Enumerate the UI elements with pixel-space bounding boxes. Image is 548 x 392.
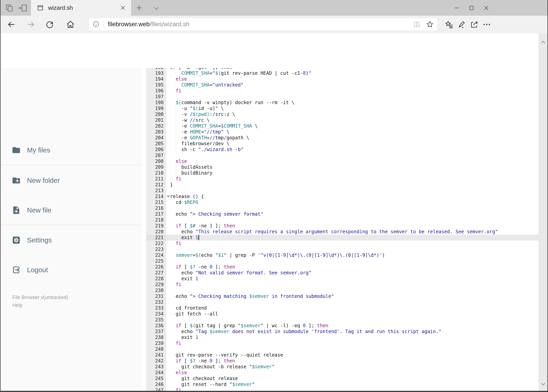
code-line-227[interactable]: 227 echo "Not valid semver format. See s… [142, 270, 539, 276]
code-line-201[interactable]: 201 -w //src \ [142, 117, 539, 123]
web-notes-pen-icon[interactable] [457, 20, 466, 29]
code-text[interactable] [166, 153, 539, 158]
code-text[interactable]: semver=$(echo "$1" | grep -P '^v(0|[1-9]… [166, 252, 539, 258]
close-window-button[interactable] [479, 0, 493, 16]
sidebar-item-logout[interactable]: Logout [12, 265, 48, 275]
code-line-246[interactable]: 246 git reset --hard "$semver" [142, 381, 539, 387]
code-text[interactable] [166, 205, 539, 211]
sidebar-item-settings[interactable]: Settings [12, 235, 52, 245]
sidebar-item-new-file[interactable]: New file [12, 205, 51, 215]
set-tabs-aside-icon[interactable] [19, 4, 28, 13]
code-text[interactable]: if [ $? -ne 0 ]; then [166, 264, 539, 270]
code-line-218[interactable]: 218 [142, 217, 539, 223]
code-line-220[interactable]: 220 echo "This release script requires a… [142, 229, 539, 235]
code-line-214[interactable]: 214release () { [142, 194, 539, 199]
code-text[interactable]: -v /$(pwd):/src:z \ [166, 111, 539, 117]
code-text[interactable]: if [ -d ".git" ]; then [166, 68, 539, 70]
code-text[interactable]: echo "Tag $semver does not exist in subm… [166, 329, 539, 335]
code-text[interactable]: -e GOPATH=//tmp/gopath \ [166, 135, 539, 141]
code-text[interactable]: release () { [166, 194, 539, 199]
code-text[interactable]: COMMIT_SHA="$(git rev-parse HEAD | cut -… [166, 70, 539, 76]
code-line-202[interactable]: 202 -e COMMIT_SHA=$COMMIT_SHA \ [142, 123, 539, 129]
url-bar[interactable]: filebrowser.web/files/wizard.sh [89, 18, 437, 31]
code-text[interactable]: fi [166, 340, 539, 346]
code-text[interactable]: -e COMMIT_SHA=$COMMIT_SHA \ [166, 123, 539, 129]
code-text[interactable]: echo "> Checking semver format" [166, 211, 539, 217]
code-text[interactable]: buildAssets [166, 164, 539, 170]
scroll-up-icon[interactable] [540, 40, 546, 45]
code-line-230[interactable]: 230 [142, 287, 539, 293]
code-line-211[interactable]: 211 fi [142, 176, 539, 182]
browser-tab[interactable]: wizard.sh [31, 0, 131, 16]
code-line-247[interactable]: 247 fi [142, 387, 539, 391]
code-text[interactable]: -w //src \ [166, 117, 539, 123]
code-text[interactable] [166, 94, 539, 100]
code-text[interactable]: git fetch --all [166, 311, 539, 317]
code-text[interactable]: if [ $? -ne 0 ]; then [166, 358, 539, 364]
code-line-235[interactable]: 235 [142, 317, 539, 323]
code-line-226[interactable]: 226 if [ $? -ne 0 ]; then [142, 264, 539, 270]
maximize-button[interactable] [464, 0, 479, 16]
code-line-196[interactable]: 196 fi [142, 88, 539, 94]
code-text[interactable]: if [ $# -ne 1 ]; then [166, 223, 539, 229]
code-line-236[interactable]: 236 if [ $(git tag | grep "$semver" | wc… [142, 323, 539, 329]
forward-icon[interactable] [26, 20, 35, 29]
new-tab-icon[interactable] [135, 4, 143, 12]
page-scrollbar[interactable] [539, 33, 548, 391]
code-line-221[interactable]: 221 exit 1 [142, 235, 539, 240]
code-line-233[interactable]: 233 cd frontend [142, 305, 539, 311]
code-line-216[interactable]: 216 [142, 205, 539, 211]
help-link[interactable]: Help [12, 302, 22, 308]
code-line-224[interactable]: 224 semver=$(echo "$1" | grep -P '^v(0|[… [142, 252, 539, 258]
code-line-203[interactable]: 203 -e HOME="//tmp" \ [142, 129, 539, 135]
code-text[interactable]: else [166, 370, 539, 376]
code-text[interactable]: cd $REPO [166, 199, 539, 205]
tab-close-icon[interactable] [119, 4, 126, 11]
code-line-244[interactable]: 244 else [142, 370, 539, 376]
code-line-241[interactable]: 241 git rev-parse --verify --quiet relea… [142, 352, 539, 358]
favorite-star-icon[interactable] [426, 20, 434, 28]
code-line-217[interactable]: 217 echo "> Checking semver format" [142, 211, 539, 217]
refresh-icon[interactable] [45, 20, 54, 29]
code-line-219[interactable]: 219 if [ $# -ne 1 ]; then [142, 223, 539, 229]
code-line-194[interactable]: 194 else [142, 76, 539, 82]
code-text[interactable] [166, 246, 539, 252]
share-page-icon[interactable] [470, 20, 479, 29]
code-line-240[interactable]: 240 [142, 346, 539, 352]
code-text[interactable]: else [166, 76, 539, 82]
tab-preview-icon[interactable] [5, 4, 14, 13]
url-text[interactable]: filebrowser.web/files/wizard.sh [108, 21, 413, 28]
code-editor[interactable]: 192if [ -d ".git" ]; then193 COMMIT_SHA=… [142, 68, 539, 391]
code-line-204[interactable]: 204 -e GOPATH=//tmp/gopath \ [142, 135, 539, 141]
code-text[interactable]: -e HOME="//tmp" \ [166, 129, 539, 135]
code-text[interactable]: git checkout -b release "$semver" [166, 364, 539, 370]
code-text[interactable]: exit 1 [166, 235, 539, 240]
code-text[interactable]: fi [166, 88, 539, 94]
code-text[interactable]: buildBinary [166, 170, 539, 176]
code-line-234[interactable]: 234 git fetch --all [142, 311, 539, 317]
code-text[interactable]: cd frontend [166, 305, 539, 311]
code-text[interactable]: } [166, 182, 539, 188]
code-text[interactable]: fi [166, 282, 539, 287]
code-text[interactable]: if [ $(git tag | grep "$semver" | wc -l)… [166, 323, 539, 329]
code-line-228[interactable]: 228 exit 1 [142, 276, 539, 282]
code-text[interactable] [166, 258, 539, 264]
scroll-down-icon[interactable] [540, 381, 546, 387]
code-text[interactable]: -u "$(id -u)" \ [166, 105, 539, 111]
code-line-210[interactable]: 210 buildBinary [142, 170, 539, 176]
code-line-209[interactable]: 209 buildAssets [142, 164, 539, 170]
code-text[interactable]: echo "> Checking matching $semver in fro… [166, 293, 539, 299]
minimize-button[interactable] [450, 0, 464, 16]
code-line-200[interactable]: 200 -v /$(pwd):/src:z \ [142, 111, 539, 117]
code-text[interactable]: filebrowser/dev \ [166, 141, 539, 147]
code-line-213[interactable]: 213 [142, 188, 539, 194]
code-line-232[interactable]: 232 [142, 299, 539, 305]
hub-favorites-icon[interactable] [445, 20, 454, 29]
code-line-239[interactable]: 239 fi [142, 340, 539, 346]
code-text[interactable] [166, 287, 539, 293]
code-text[interactable] [166, 299, 539, 305]
code-text[interactable]: COMMIT_SHA="untracked" [166, 82, 539, 88]
code-text[interactable]: $(command -v winpty) docker run --rm -it… [166, 100, 539, 105]
reading-view-icon[interactable] [413, 20, 421, 28]
code-line-199[interactable]: 199 -u "$(id -u)" \ [142, 105, 539, 111]
